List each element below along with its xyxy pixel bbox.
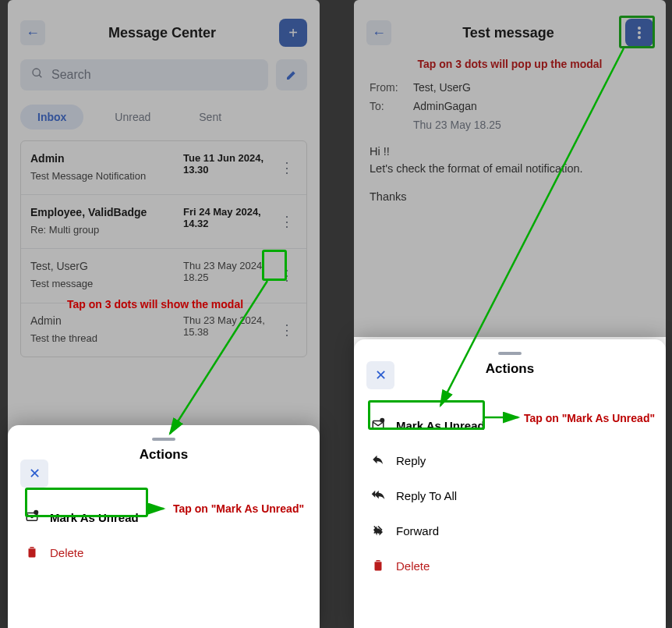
svg-point-4 <box>638 27 641 30</box>
annotation-text: Tap on 3 dots will show the modal <box>67 298 243 310</box>
page-title: Message Center <box>53 25 271 41</box>
dots-icon[interactable]: ⋮ <box>277 314 297 346</box>
tab-inbox[interactable]: Inbox <box>20 105 83 130</box>
reply-all-button[interactable]: Reply To All <box>368 478 652 513</box>
search-input[interactable]: Search <box>20 59 268 90</box>
annotation-text: Tap on 3 dots will pop up the modal <box>354 58 666 70</box>
from-row: From:Test, UserG <box>354 78 666 97</box>
list-item[interactable]: AdminTest the thread Thu 23 May 2024, 15… <box>21 303 306 357</box>
message-list: AdminTest Message Notification Tue 11 Ju… <box>20 140 307 357</box>
svg-line-1 <box>39 75 41 77</box>
svg-point-0 <box>33 69 40 76</box>
svg-point-3 <box>34 511 38 515</box>
right-phone: ← Test message Tap on 3 dots will pop up… <box>354 0 666 628</box>
list-item[interactable]: Employee, ValidBadgeRe: Multi group Fri … <box>21 195 306 249</box>
forward-button[interactable]: Forward <box>368 513 652 548</box>
dots-icon[interactable]: ⋮ <box>277 206 297 237</box>
message-body: Hi !! Let's check the format of email no… <box>354 144 666 205</box>
left-phone: ← Message Center + Search Inbox Unread S… <box>8 0 320 628</box>
date-text: Thu 23 May 18.25 <box>354 115 666 144</box>
header: ← Message Center + <box>8 0 320 59</box>
dots-icon[interactable]: ⋮ <box>277 260 297 291</box>
page-title: Test message <box>399 25 617 41</box>
trash-icon <box>25 545 39 561</box>
sheet-title: Actions <box>22 447 306 463</box>
trash-icon <box>371 558 385 574</box>
sheet-handle[interactable] <box>152 438 175 441</box>
dots-icon[interactable]: ⋮ <box>277 152 297 183</box>
actions-sheet: ✕ Actions Mark As Unread Delete <box>8 425 320 628</box>
svg-point-5 <box>638 31 641 34</box>
reply-all-icon <box>371 488 385 504</box>
list-item[interactable]: AdminTest Message Notification Tue 11 Ju… <box>21 141 306 195</box>
search-icon <box>31 67 44 83</box>
edit-button[interactable] <box>276 59 307 90</box>
reply-icon <box>371 452 385 469</box>
close-button[interactable]: ✕ <box>366 361 394 389</box>
back-button[interactable]: ← <box>366 20 391 45</box>
close-button[interactable]: ✕ <box>20 459 48 488</box>
compose-button[interactable]: + <box>279 19 307 47</box>
svg-point-6 <box>638 36 641 39</box>
tabs: Inbox Unread Sent <box>8 90 320 140</box>
list-item[interactable]: Test, UserGTest message Thu 23 May 2024,… <box>21 249 306 303</box>
sheet-handle[interactable] <box>498 352 522 355</box>
sheet-title: Actions <box>368 361 652 377</box>
annotation-text: Tap on "Mark As Unread" <box>524 412 655 424</box>
reply-button[interactable]: Reply <box>368 443 652 478</box>
to-row: To:AdminGagan <box>354 97 666 115</box>
back-button[interactable]: ← <box>20 20 45 45</box>
mail-unread-icon <box>371 417 385 434</box>
delete-button[interactable]: Delete <box>368 548 652 584</box>
actions-sheet: ✕ Actions Mark As Unread Reply Reply To … <box>354 339 666 628</box>
mail-unread-icon <box>25 509 39 526</box>
search-row: Search <box>8 59 320 90</box>
more-button[interactable] <box>625 19 653 47</box>
svg-point-8 <box>380 419 384 423</box>
annotation-text: Tap on "Mark As Unread" <box>173 502 304 515</box>
forward-icon <box>371 523 385 539</box>
tab-unread[interactable]: Unread <box>97 105 168 130</box>
tab-sent[interactable]: Sent <box>182 105 239 130</box>
header: ← Test message <box>354 0 666 59</box>
search-placeholder: Search <box>51 68 91 82</box>
delete-button[interactable]: Delete <box>22 535 306 570</box>
